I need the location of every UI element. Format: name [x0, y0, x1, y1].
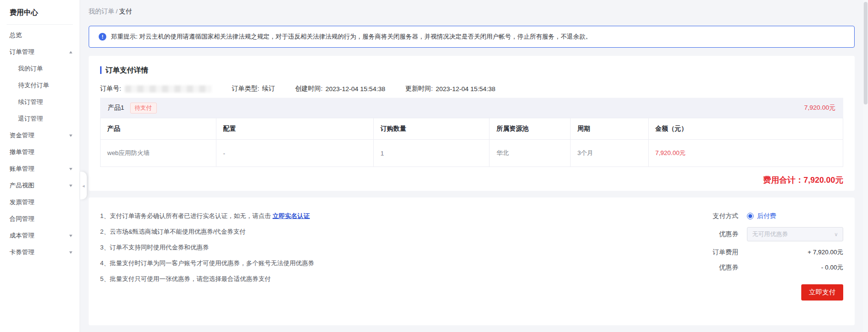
section-title-text: 订单支付详情 [105, 66, 148, 75]
order-items-table: 产品 配置 订购数量 所属资源池 周期 金额（元） web应用防火墙 - 1 华… [100, 118, 843, 167]
sidebar-title: 费用中心 [0, 0, 80, 24]
cell-product: web应用防火墙 [101, 140, 216, 167]
coupon-select-wrap: 无可用优惠券 ∨ [747, 227, 843, 241]
chevron-up-icon: ▴ [69, 49, 72, 54]
order-type-label: 订单类型: [232, 84, 259, 93]
sidebar-item-label: 资金管理 [10, 131, 34, 140]
coupon-label: 优惠券 [700, 230, 738, 239]
sidebar-item-label: 我的订单 [18, 64, 43, 73]
order-created-field: 创建时间: 2023-12-04 15:54:38 [295, 84, 385, 93]
page-scrollbar [863, 0, 868, 332]
note-text: 4、批量支付时订单为同一客户账号才可使用优惠券，多个账号无法使用优惠券 [100, 259, 314, 267]
col-header-resource-pool: 所属资源池 [490, 118, 571, 140]
sidebar-item-unsubscribe-management[interactable]: 退订管理 [0, 110, 80, 127]
chevron-down-icon: ▾ [69, 249, 72, 255]
info-icon: ! [99, 33, 106, 41]
realname-auth-link[interactable]: 立即实名认证 [273, 212, 310, 219]
col-header-amount: 金额（元） [648, 118, 843, 140]
sidebar-item-product-view[interactable]: 产品视图 ▾ [0, 177, 80, 194]
breadcrumb-current: 支付 [119, 8, 132, 15]
payment-notes: 1、支付订单请务必确认所有者已进行实名认证，如无，请点击 立即实名认证 2、云市… [100, 212, 700, 314]
order-created-label: 创建时间: [295, 84, 323, 93]
order-fee-label: 订单费用 [700, 248, 738, 257]
payment-method-label: 支付方式 [700, 212, 738, 220]
sidebar-item-cancel-management[interactable]: 撤单管理 [0, 144, 80, 160]
sidebar-item-label: 撤单管理 [10, 148, 34, 156]
payment-panel: 支付方式 后付费 优惠券 无可用优惠券 ∨ [700, 212, 843, 314]
order-created-value: 2023-12-04 15:54:38 [326, 85, 385, 93]
chevron-down-icon: ▾ [69, 133, 72, 138]
title-accent-bar [100, 66, 102, 74]
breadcrumb-my-orders[interactable]: 我的订单 [89, 8, 114, 15]
payment-card: 1、支付订单请务必确认所有者已进行实名认证，如无，请点击 立即实名认证 2、云市… [89, 197, 855, 325]
pay-now-button[interactable]: 立即支付 [801, 284, 843, 301]
coupon-deduct-value: - 0.00元 [747, 263, 843, 272]
sidebar-item-cost-management[interactable]: 成本管理 ▾ [0, 227, 80, 244]
payment-method-option: 后付费 [747, 212, 843, 220]
sidebar-item-label: 账单管理 [10, 165, 34, 173]
notice-banner: ! 郑重提示: 对云主机的使用请遵循国家相关法律法规之规定，对于违反相关法律法规… [89, 26, 855, 48]
sidebar-item-coupon-management[interactable]: 卡券管理 ▾ [0, 244, 80, 260]
coupon-select-placeholder: 无可用优惠券 [752, 230, 834, 239]
total-cost-line: 费用合计：7,920.00元 [100, 175, 843, 186]
cell-quantity: 1 [374, 140, 490, 167]
billing-center-app: 费用中心 总览 订单管理 ▴ 我的订单 待支付订单 续订管理 退订管理 资金管理… [0, 0, 868, 332]
postpaid-radio-label[interactable]: 后付费 [757, 212, 776, 220]
order-fee-value: + 7,920.00元 [747, 248, 843, 257]
sidebar-item-funds-management[interactable]: 资金管理 ▾ [0, 127, 80, 144]
sidebar-item-order-management[interactable]: 订单管理 ▴ [0, 43, 80, 60]
chevron-down-icon: ▾ [69, 233, 72, 238]
note-text: 5、批量支付只可使用一张优惠券，请您选择最合适优惠券支付 [100, 275, 271, 282]
note-text: 2、云市场&甄选商城订单不能使用优惠券/代金券支付 [100, 228, 246, 235]
sidebar-item-label: 退订管理 [18, 114, 43, 123]
note-line-5: 5、批量支付只可使用一张优惠券，请您选择最合适优惠券支付 [100, 275, 700, 283]
sidebar-item-pending-orders[interactable]: 待支付订单 [0, 77, 80, 93]
chevron-down-icon: ▾ [69, 183, 72, 188]
order-updated-field: 更新时间: 2023-12-04 15:54:38 [405, 84, 495, 93]
breadcrumb: 我的订单/支付 [89, 7, 855, 16]
order-meta-row: 订单号: 订单类型: 续订 创建时间: 2023-12-04 15:54:38 … [100, 84, 843, 93]
product-group-banner: 产品1 待支付 7,920.00元 [100, 98, 843, 118]
note-line-3: 3、订单不支持同时使用代金券和优惠券 [100, 243, 700, 252]
scrollbar-thumb[interactable] [864, 2, 868, 104]
sidebar-item-label: 总览 [10, 31, 22, 40]
section-title: 订单支付详情 [100, 65, 843, 75]
order-number-field: 订单号: [100, 84, 212, 93]
sidebar-item-label: 待支付订单 [18, 81, 49, 90]
product-group-name: 产品1 [108, 104, 124, 112]
sidebar-item-renew-management[interactable]: 续订管理 [0, 93, 80, 110]
order-detail-card: 订单支付详情 订单号: 订单类型: 续订 创建时间: 2023-12-04 15… [89, 56, 855, 191]
sidebar-item-overview[interactable]: 总览 [0, 27, 80, 43]
col-header-quantity: 订购数量 [374, 118, 490, 140]
order-updated-value: 2023-12-04 15:54:38 [436, 85, 495, 93]
sidebar-divider [7, 24, 73, 25]
chevron-left-icon: ◂ [82, 183, 84, 188]
order-type-field: 订单类型: 续订 [232, 84, 275, 93]
table-header-row: 产品 配置 订购数量 所属资源池 周期 金额（元） [101, 118, 843, 140]
chevron-down-icon: ▾ [69, 166, 72, 171]
sidebar-collapse-handle[interactable]: ◂ [80, 172, 87, 199]
table-row: web应用防火墙 - 1 华北 3个月 7,920.00元 [101, 140, 843, 167]
sidebar-item-label: 合同管理 [10, 215, 34, 223]
note-line-4: 4、批量支付时订单为同一客户账号才可使用优惠券，多个账号无法使用优惠券 [100, 259, 700, 268]
sidebar-item-invoice-management[interactable]: 发票管理 [0, 194, 80, 210]
order-fee-row: 订单费用 + 7,920.00元 [700, 248, 843, 257]
sidebar-item-contract-management[interactable]: 合同管理 [0, 210, 80, 227]
sidebar-item-label: 卡券管理 [10, 248, 34, 257]
main-content: 我的订单/支付 ! 郑重提示: 对云主机的使用请遵循国家相关法律法规之规定，对于… [80, 0, 863, 332]
sidebar-item-bill-management[interactable]: 账单管理 ▾ [0, 160, 80, 177]
note-line-2: 2、云市场&甄选商城订单不能使用优惠券/代金券支付 [100, 228, 700, 236]
note-text: 1、支付订单请务必确认所有者已进行实名认证，如无，请点击 [100, 212, 273, 219]
note-text: 3、订单不支持同时使用代金券和优惠券 [100, 244, 209, 251]
col-header-product: 产品 [101, 118, 216, 140]
sidebar: 费用中心 总览 订单管理 ▴ 我的订单 待支付订单 续订管理 退订管理 资金管理… [0, 0, 80, 332]
sidebar-item-my-orders[interactable]: 我的订单 [0, 60, 80, 77]
status-badge-pending-payment: 待支付 [130, 103, 157, 114]
postpaid-radio[interactable] [747, 213, 754, 219]
coupon-select[interactable]: 无可用优惠券 ∨ [747, 227, 843, 241]
cell-config: - [216, 140, 374, 167]
order-number-redacted [125, 85, 212, 93]
cell-resource-pool: 华北 [490, 140, 571, 167]
sidebar-item-label: 产品视图 [10, 181, 34, 190]
pay-button-row: 立即支付 [700, 284, 843, 301]
